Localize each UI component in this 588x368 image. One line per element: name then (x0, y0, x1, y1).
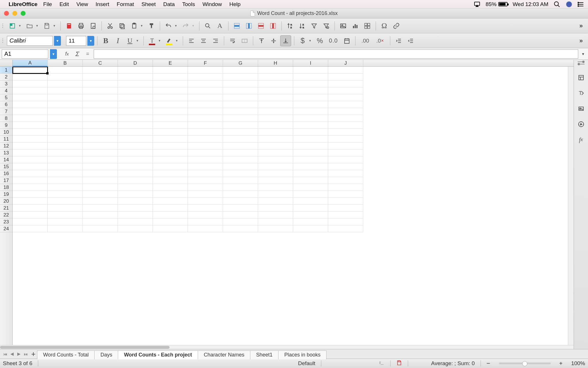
cell[interactable] (13, 129, 48, 136)
cell[interactable] (223, 122, 258, 129)
insert-image-button[interactable] (338, 20, 349, 31)
cell[interactable] (293, 205, 328, 212)
column-header[interactable]: G (223, 60, 258, 66)
functions-panel-button[interactable]: fx (576, 135, 586, 145)
gallery-panel-button[interactable] (576, 103, 586, 114)
cell[interactable] (83, 115, 118, 122)
cell[interactable] (118, 74, 153, 80)
window-close-button[interactable] (4, 11, 9, 16)
cell[interactable] (83, 74, 118, 80)
cell[interactable] (223, 198, 258, 205)
cell[interactable] (223, 225, 258, 232)
row-header[interactable]: 11 (0, 136, 12, 143)
cell[interactable] (118, 198, 153, 205)
sheet-tab[interactable]: Sheet1 (250, 350, 278, 359)
row-header[interactable]: 20 (0, 198, 12, 205)
row-header[interactable]: 14 (0, 156, 12, 163)
row-header[interactable]: 18 (0, 184, 12, 191)
cell[interactable] (118, 80, 153, 87)
wrap-text-button[interactable] (227, 35, 238, 46)
cell[interactable] (118, 218, 153, 225)
cell[interactable] (328, 150, 363, 156)
cell[interactable] (188, 94, 223, 101)
cell[interactable] (83, 170, 118, 177)
cell[interactable] (293, 212, 328, 218)
row-header[interactable]: 15 (0, 163, 12, 170)
font-color-dropdown[interactable]: ▼ (158, 39, 162, 42)
cell[interactable] (293, 143, 328, 150)
cell[interactable] (223, 115, 258, 122)
cell[interactable] (223, 177, 258, 184)
sort-desc-button[interactable]: za (297, 20, 308, 31)
align-center-button[interactable] (198, 35, 209, 46)
cell[interactable] (328, 136, 363, 143)
cell[interactable] (153, 136, 188, 143)
row-header[interactable]: 24 (0, 225, 12, 232)
redo-dropdown[interactable]: ▼ (192, 24, 195, 27)
row-header[interactable]: 17 (0, 177, 12, 184)
cell[interactable] (83, 191, 118, 198)
sum-button[interactable]: Σ (73, 50, 82, 58)
cell[interactable] (153, 143, 188, 150)
cell[interactable] (328, 156, 363, 163)
cell[interactable] (83, 198, 118, 205)
cell[interactable] (48, 101, 83, 108)
cell[interactable] (258, 74, 293, 80)
cell[interactable] (293, 163, 328, 170)
menu-insert[interactable]: Insert (96, 1, 109, 7)
cell[interactable] (223, 143, 258, 150)
cell[interactable] (258, 101, 293, 108)
cell[interactable] (13, 218, 48, 225)
row-header[interactable]: 12 (0, 143, 12, 150)
cell[interactable] (188, 218, 223, 225)
cell[interactable] (83, 122, 118, 129)
cell[interactable] (83, 184, 118, 191)
cell[interactable] (258, 163, 293, 170)
cell[interactable] (258, 218, 293, 225)
row-header[interactable]: 5 (0, 94, 12, 101)
cell[interactable] (13, 80, 48, 87)
save-status-icon[interactable] (396, 360, 402, 367)
cell[interactable] (258, 198, 293, 205)
summary-stats[interactable]: Average: ; Sum: 0 (431, 360, 475, 367)
highlight-button[interactable] (164, 35, 175, 46)
cell[interactable] (153, 94, 188, 101)
redo-button[interactable] (180, 20, 191, 31)
cell[interactable] (13, 205, 48, 212)
cell[interactable] (13, 198, 48, 205)
save-dropdown[interactable]: ▼ (53, 24, 56, 27)
cell[interactable] (293, 177, 328, 184)
notification-center-icon[interactable] (578, 1, 585, 8)
row-header[interactable]: 1 (0, 67, 12, 74)
cell[interactable] (83, 129, 118, 136)
cell[interactable] (118, 212, 153, 218)
insert-pivot-button[interactable] (362, 20, 373, 31)
add-sheet-button[interactable]: + (29, 350, 37, 359)
cell[interactable] (118, 67, 153, 74)
toolbar-grip-2[interactable] (2, 36, 5, 45)
row-header[interactable]: 16 (0, 170, 12, 177)
sheet-tab[interactable]: Places in books (278, 350, 326, 359)
cell[interactable] (48, 191, 83, 198)
cell[interactable] (153, 177, 188, 184)
cell[interactable] (328, 163, 363, 170)
cell[interactable] (118, 163, 153, 170)
cell-grid[interactable] (13, 67, 568, 345)
cell[interactable] (48, 67, 83, 74)
number-format-button[interactable]: 0.0 (326, 35, 340, 46)
cell[interactable] (188, 129, 223, 136)
column-header[interactable]: D (118, 60, 153, 66)
cell[interactable] (153, 156, 188, 163)
cell[interactable] (223, 170, 258, 177)
zoom-out-button[interactable]: − (487, 360, 490, 367)
column-header[interactable]: H (258, 60, 293, 66)
align-right-button[interactable] (210, 35, 221, 46)
cell[interactable] (153, 205, 188, 212)
cell[interactable] (188, 136, 223, 143)
cell[interactable] (13, 212, 48, 218)
cell[interactable] (188, 87, 223, 94)
cell[interactable] (223, 163, 258, 170)
cell[interactable] (83, 225, 118, 232)
cell[interactable] (258, 136, 293, 143)
formula-input[interactable] (94, 49, 578, 59)
